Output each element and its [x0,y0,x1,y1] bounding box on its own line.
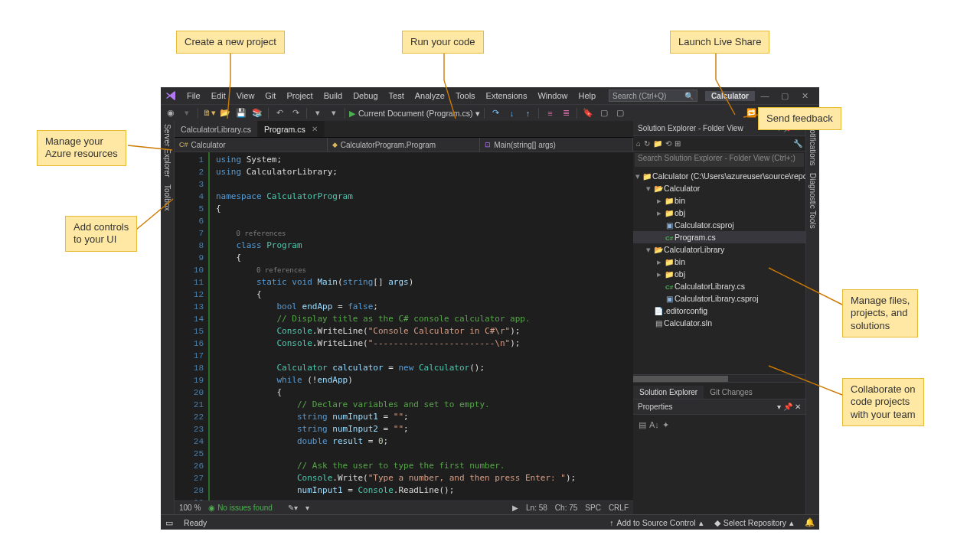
callout-toolbox: Add controls to your UI [65,216,137,252]
callout-collaborate: Collaborate on code projects with your t… [842,378,924,426]
callout-liveshare: Launch Live Share [670,31,769,54]
callout-run-code: Run your code [402,31,484,54]
callout-azure: Manage your Azure resources [37,130,126,166]
callout-manage-files: Manage files, projects, and solutions [842,289,918,337]
callout-create-project: Create a new project [176,31,285,54]
callout-feedback: Send feedback [758,107,841,130]
